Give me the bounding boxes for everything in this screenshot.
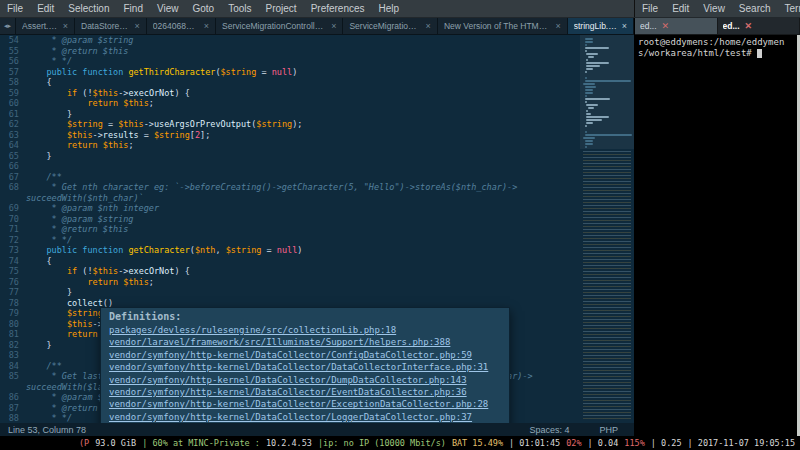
line-number: 63 [0,130,26,141]
code-text: } [26,151,578,162]
code-line[interactable]: 69 * @param $nth integer [0,203,634,214]
line-number: 55 [0,46,26,57]
line-number: 84 [0,361,26,372]
definitions-popup: Definitions: packages/devless/rulesengin… [100,307,510,423]
close-icon[interactable]: × [622,21,627,31]
close-icon[interactable]: × [331,21,336,31]
status-segment: 93.0 GiB [95,438,136,448]
close-icon[interactable]: × [135,21,140,31]
line-number: 72 [0,235,26,246]
tab-new-version-of-the-html-sdk[interactable]: New Version of The HTML SDK× [438,18,568,34]
tab-datastore-php[interactable]: DataStore.php× [75,18,147,34]
terminal-menu-item-terminal[interactable]: Terminal [778,0,800,17]
tab-026406878i[interactable]: 026406878I...× [147,18,216,34]
code-line[interactable]: 55 * @return $this [0,46,634,57]
status-segment: 115% [624,438,644,448]
line-number: 87 [0,403,26,414]
code-line[interactable]: 71 * @return $this [0,224,634,235]
tab-assert-php[interactable]: Assert.php× [16,18,75,34]
tab-scroll-arrows-icon[interactable]: ◂▸ [0,18,16,34]
code-line[interactable]: 75 if (!$this->execOrNot) { [0,266,634,277]
menu-item-selection[interactable]: Selection [61,0,116,17]
code-line[interactable]: 63 $this->results = $string[2]; [0,130,634,141]
indentation-indicator[interactable]: Spaces: 4 [529,425,569,435]
line-number: 60 [0,98,26,109]
code-line[interactable]: 66 [0,161,634,172]
definition-link[interactable]: vendor/laravel/framework/src/Illuminate/… [109,336,501,348]
status-segment: | 0.25 [651,438,682,448]
menu-item-find[interactable]: Find [117,0,150,17]
code-editor[interactable]: 54 * @param $string55 * @return $this56 … [0,35,634,423]
definition-link[interactable]: vendor/symfony/http-kernel/DataCollector… [109,398,501,410]
code-line[interactable]: 70 * @param $string [0,214,634,225]
tab-servicemigration-php[interactable]: ServiceMigration.php× [343,18,437,34]
code-line[interactable]: 59 if (!$this->execOrNot) { [0,88,634,99]
code-line[interactable]: 56 * */ [0,56,634,67]
tab-servicemigrationcontroller-php[interactable]: ServiceMigrationController.php× [216,18,343,34]
status-segment: |ip: no IP (10000 Mbit/s) [318,438,446,448]
code-text: } [26,287,578,298]
editor-window: ◂▸ Assert.php×DataStore.php×026406878I..… [0,18,634,436]
code-line[interactable]: 65 } [0,151,634,162]
line-number: 71 [0,224,26,235]
code-line[interactable]: 74 { [0,256,634,267]
terminal-menu-item-edit[interactable]: Edit [665,0,696,17]
definition-link[interactable]: vendor/symfony/http-kernel/DataCollector… [109,374,501,386]
terminal-tab[interactable]: ed...✕ [718,18,800,34]
menu-item-help[interactable]: Help [372,0,407,17]
terminal-tab-label: ed... [640,21,657,31]
definition-link[interactable]: vendor/symfony/http-kernel/DataCollector… [109,411,501,423]
code-line[interactable]: 54 * @param $string [0,35,634,46]
line-number: 64 [0,140,26,151]
code-line[interactable]: 61 } [0,109,634,120]
menu-item-view[interactable]: View [150,0,186,17]
terminal-menu-item-search[interactable]: Search [732,0,778,17]
minimap[interactable] [580,35,634,423]
code-line[interactable]: 67 /** [0,172,634,183]
close-icon[interactable]: × [426,21,431,31]
status-segment: | 2017-11-07 19:05:15 [688,438,795,448]
editor-tab-bar: ◂▸ Assert.php×DataStore.php×026406878I..… [0,18,634,35]
terminal-menu-item-file[interactable]: File [635,0,665,17]
code-line[interactable]: 57 public function getThirdCharacter($st… [0,67,634,78]
close-icon[interactable]: × [63,21,68,31]
code-text: return $this; [26,98,578,109]
menu-item-goto[interactable]: Goto [185,0,221,17]
tab-label: Assert.php [22,21,58,31]
terminal-tab[interactable]: ed...✕ [635,18,718,34]
cursor-position-indicator: Line 53, Column 78 [8,425,529,435]
code-line[interactable]: succeedWith($nth_char)` [0,193,634,204]
code-line[interactable]: 68 * Get nth character eg: `->beforeCrea… [0,182,634,193]
code-line[interactable]: 62 $string = $this->useArgsOrPrevOutput(… [0,119,634,130]
definition-link[interactable]: packages/devless/rulesengine/src/collect… [109,324,501,336]
code-line[interactable]: 73 public function getCharacter($nth, $s… [0,245,634,256]
menu-item-preferences[interactable]: Preferences [304,0,372,17]
code-line[interactable]: 58 { [0,77,634,88]
menu-item-file[interactable]: File [0,0,30,17]
line-number [0,193,26,204]
menu-item-project[interactable]: Project [259,0,304,17]
code-line[interactable]: 60 return $this; [0,98,634,109]
definition-link[interactable]: vendor/symfony/http-kernel/DataCollector… [109,386,501,398]
code-text: * @param $nth integer [26,203,578,214]
terminal-body[interactable]: root@eddymens:/home/eddymens/workarea/ht… [635,35,800,436]
syntax-indicator[interactable]: PHP [599,425,618,435]
close-icon[interactable]: ✕ [745,21,753,31]
line-number: 82 [0,340,26,351]
code-line[interactable]: 76 return $this; [0,277,634,288]
close-icon[interactable]: × [555,21,560,31]
definition-link[interactable]: vendor/symfony/http-kernel/DataCollector… [109,349,501,361]
code-line[interactable]: 64 return $this; [0,140,634,151]
menu-item-tools[interactable]: Tools [221,0,258,17]
line-number: 86 [0,392,26,403]
menu-item-edit[interactable]: Edit [30,0,61,17]
terminal-menu-item-view[interactable]: View [696,0,732,17]
code-line[interactable]: 77 } [0,287,634,298]
code-line[interactable]: 72 * */ [0,235,634,246]
line-number: 61 [0,109,26,120]
close-icon[interactable]: × [204,21,209,31]
line-number: 77 [0,287,26,298]
definition-link[interactable]: vendor/symfony/http-kernel/DataCollector… [109,361,501,373]
tab-stringlib-php[interactable]: stringLib.php× [568,18,634,34]
close-icon[interactable]: ✕ [662,21,670,31]
